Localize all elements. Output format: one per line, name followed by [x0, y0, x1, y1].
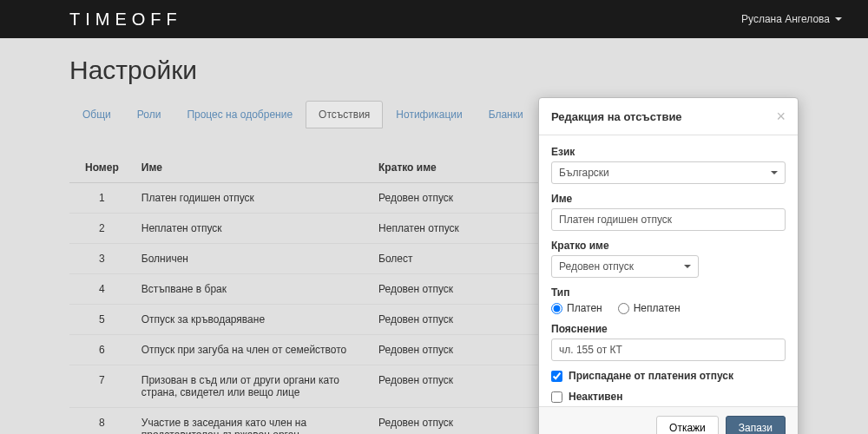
th-number: Номер: [69, 153, 135, 183]
modal-header: Редакция на отсъствие ×: [539, 98, 798, 135]
cell-name: Отпуск за кръводаряване: [135, 305, 372, 335]
cell-name: Неплатен отпуск: [135, 214, 372, 244]
cell-num: 3: [69, 244, 135, 274]
cell-num: 2: [69, 214, 135, 244]
tab-absences[interactable]: Отсъствия: [306, 101, 383, 128]
label-language: Език: [551, 146, 786, 158]
tab-roles[interactable]: Роли: [124, 101, 174, 128]
cell-short: Редовен отпуск: [372, 183, 537, 214]
tab-notifications[interactable]: Нотификации: [383, 101, 475, 128]
cell-name: Встъпване в брак: [135, 274, 372, 305]
cell-short: Редовен отпуск: [372, 335, 537, 365]
chevron-down-icon: [771, 171, 778, 174]
radio-paid-label: Платен: [567, 302, 602, 314]
short-name-value: Редовен отпуск: [559, 260, 634, 273]
chevron-down-icon: [835, 17, 842, 21]
radio-paid-input[interactable]: [551, 303, 562, 314]
cell-num: 8: [69, 408, 135, 435]
cell-short: Редовен отпуск: [372, 365, 537, 408]
cell-short: Редовен отпуск: [372, 274, 537, 305]
cell-name: Участие в заседания като член на предста…: [135, 408, 372, 435]
chevron-down-icon: [684, 265, 691, 268]
cancel-button[interactable]: Откажи: [656, 416, 719, 434]
language-select[interactable]: Български: [551, 161, 786, 184]
radio-unpaid[interactable]: Неплатен: [618, 302, 681, 314]
top-bar: TIMEOFF Руслана Ангелова: [0, 0, 868, 38]
modal-footer: Откажи Запази: [539, 406, 798, 434]
checkbox-inactive[interactable]: Неактивен: [551, 391, 786, 403]
tab-approval[interactable]: Процес на одобрение: [174, 101, 306, 128]
cell-short: Редовен отпуск: [372, 305, 537, 335]
modal-body: Език Български Име Кратко име Редовен от…: [539, 135, 798, 406]
cell-short: Болест: [372, 244, 537, 274]
desc-input[interactable]: [551, 339, 786, 361]
language-value: Български: [559, 167, 609, 179]
cell-num: 5: [69, 305, 135, 335]
name-input[interactable]: [551, 208, 786, 231]
label-desc: Пояснение: [551, 323, 786, 335]
th-name: Име: [135, 153, 372, 183]
cell-short: Неплатен отпуск: [372, 214, 537, 244]
modal-title: Редакция на отсъствие: [551, 110, 682, 123]
cell-num: 1: [69, 183, 135, 214]
edit-absence-modal: Редакция на отсъствие × Език Български И…: [538, 97, 799, 434]
checkbox-deduct[interactable]: Приспадане от платения отпуск: [551, 370, 786, 382]
cell-name: Отпуск при загуба на член от семейството: [135, 335, 372, 365]
close-icon[interactable]: ×: [776, 108, 786, 124]
cell-num: 6: [69, 335, 135, 365]
user-name: Руслана Ангелова: [741, 13, 830, 25]
label-type: Тип: [551, 286, 786, 299]
checkbox-inactive-input[interactable]: [551, 391, 562, 403]
cell-num: 4: [69, 274, 135, 305]
user-menu[interactable]: Руслана Ангелова: [741, 13, 842, 25]
checkbox-inactive-label: Неактивен: [569, 391, 622, 403]
tab-general[interactable]: Общи: [69, 101, 124, 128]
cell-name: Платен годишен отпуск: [135, 183, 372, 214]
brand-logo: TIMEOFF: [69, 10, 182, 30]
radio-paid[interactable]: Платен: [551, 302, 602, 314]
radio-unpaid-label: Неплатен: [634, 302, 681, 314]
cell-name: Болничен: [135, 244, 372, 274]
tab-templates[interactable]: Бланки: [476, 101, 536, 128]
checkbox-deduct-input[interactable]: [551, 371, 562, 382]
cell-short: Редовен отпуск: [372, 408, 537, 435]
cell-name: Призован в съд или от други органи като …: [135, 365, 372, 408]
save-button[interactable]: Запази: [726, 416, 786, 434]
th-short: Кратко име: [372, 153, 537, 183]
checkbox-deduct-label: Приспадане от платения отпуск: [569, 370, 733, 382]
short-name-select[interactable]: Редовен отпуск: [551, 255, 699, 278]
cell-num: 7: [69, 365, 135, 408]
label-short: Кратко име: [551, 240, 786, 252]
radio-unpaid-input[interactable]: [618, 303, 629, 314]
label-name: Име: [551, 193, 786, 205]
page-title: Настройки: [69, 56, 799, 85]
